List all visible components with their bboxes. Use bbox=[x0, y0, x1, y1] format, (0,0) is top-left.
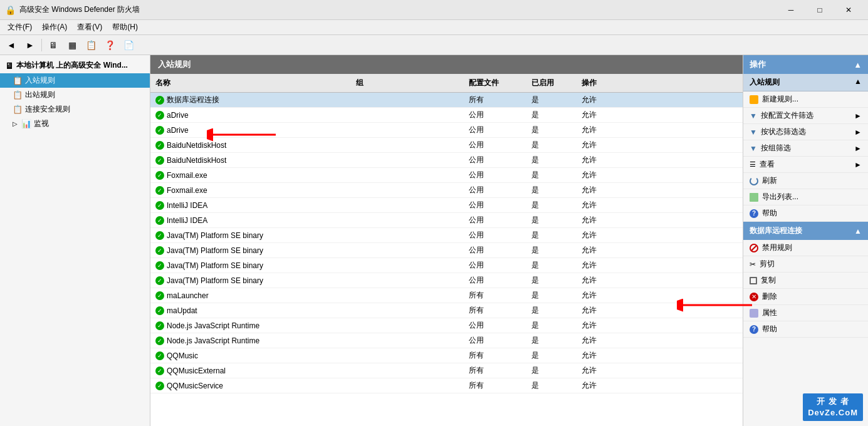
table-row[interactable]: ✓QQMusicService 所有 是 允许 bbox=[150, 378, 743, 393]
row-14-profile: 所有 bbox=[464, 305, 526, 316]
table-row[interactable]: ✓BaiduNetdiskHost 公用 是 允许 bbox=[150, 138, 743, 153]
sidebar-item-monitor[interactable]: ▷ 📊 监视 bbox=[0, 117, 150, 131]
center-header: 入站规则 bbox=[150, 55, 743, 74]
connection-label: 连接安全规则 bbox=[25, 104, 70, 115]
row-18-profile: 所有 bbox=[464, 365, 526, 376]
toolbar-computer[interactable]: 🖥 bbox=[44, 37, 62, 53]
action-export[interactable]: 导出列表... bbox=[743, 189, 868, 205]
shield-icon-9: ✓ bbox=[155, 231, 164, 240]
col-header-group[interactable]: 组 bbox=[351, 76, 464, 90]
right-main-header: 操作 ▲ bbox=[743, 55, 868, 74]
row-3-profile: 公用 bbox=[464, 140, 526, 150]
row-14-action: 允许 bbox=[577, 305, 627, 316]
action-cut[interactable]: ✂ 剪切 bbox=[743, 256, 868, 273]
right-subsection-header: 数据库远程连接 ▲ bbox=[743, 222, 868, 240]
action-new-rule[interactable]: 新建规则... bbox=[743, 91, 868, 108]
row-5-enabled: 是 bbox=[526, 170, 577, 180]
action-refresh-label: 刷新 bbox=[762, 175, 777, 186]
left-panel: 🖥 本地计算机 上的高级安全 Wind... 📋 入站规则 📋 出站规则 📋 连… bbox=[0, 55, 150, 426]
minimize-button[interactable]: ─ bbox=[776, 0, 805, 20]
sidebar-item-outbound[interactable]: 📋 出站规则 bbox=[0, 88, 150, 102]
close-button[interactable]: ✕ bbox=[834, 0, 863, 20]
inbound-label: 入站规则 bbox=[25, 75, 55, 86]
shield-icon-18: ✓ bbox=[155, 366, 164, 375]
table-row[interactable]: ✓QQMusicExternal 所有 是 允许 bbox=[150, 363, 743, 378]
row-2-enabled: 是 bbox=[526, 125, 577, 135]
table-row[interactable]: ✓Java(TM) Platform SE binary 公用 是 允许 bbox=[150, 258, 743, 273]
connection-icon: 📋 bbox=[13, 105, 23, 114]
col-header-name[interactable]: 名称 bbox=[150, 76, 351, 90]
row-10-enabled: 是 bbox=[526, 245, 577, 256]
col-header-enabled[interactable]: 已启用 bbox=[526, 76, 577, 90]
table-row[interactable]: ✓ 数据库远程连接 所有 是 允许 bbox=[150, 93, 743, 108]
action-view[interactable]: ☰ 查看 ► bbox=[743, 157, 868, 173]
action-delete[interactable]: ✕ 删除 bbox=[743, 289, 868, 305]
action-copy[interactable]: 复制 bbox=[743, 273, 868, 289]
shield-icon-7: ✓ bbox=[155, 201, 164, 210]
row-16-profile: 公用 bbox=[464, 335, 526, 346]
menu-file[interactable]: 文件(F) bbox=[3, 20, 37, 34]
table-row[interactable]: ✓Foxmail.exe 公用 是 允许 bbox=[150, 168, 743, 183]
toolbar-help[interactable]: ❓ bbox=[101, 37, 118, 53]
col-header-action[interactable]: 操作 bbox=[577, 76, 627, 90]
table-row[interactable]: ✓Node.js JavaScript Runtime 公用 是 允许 bbox=[150, 333, 743, 348]
table-row[interactable]: ✓Node.js JavaScript Runtime 公用 是 允许 bbox=[150, 318, 743, 333]
toolbar-forward[interactable]: ► bbox=[21, 37, 39, 53]
menu-view[interactable]: 查看(V) bbox=[72, 20, 107, 34]
sidebar-item-inbound[interactable]: 📋 入站规则 bbox=[0, 73, 150, 88]
shield-icon-1: ✓ bbox=[155, 111, 164, 120]
sidebar-item-connection-security[interactable]: 📋 连接安全规则 bbox=[0, 102, 150, 117]
new-rule-icon bbox=[750, 95, 758, 104]
table-row[interactable]: ✓IntelliJ IDEA 公用 是 允许 bbox=[150, 213, 743, 228]
table-row[interactable]: ✓BaiduNetdiskHost 公用 是 允许 bbox=[150, 153, 743, 168]
toolbar-grid[interactable]: ▦ bbox=[63, 37, 81, 53]
action-filter-profile[interactable]: ▼ 按配置文件筛选 ► bbox=[743, 108, 868, 124]
toolbar-back[interactable]: ◄ bbox=[3, 37, 20, 53]
arrow-right-2: ► bbox=[854, 128, 862, 137]
table-row[interactable]: ✓maUpdat 所有 是 允许 bbox=[150, 303, 743, 318]
action-refresh[interactable]: 刷新 bbox=[743, 173, 868, 189]
outbound-icon: 📋 bbox=[13, 90, 23, 100]
table-row[interactable]: ✓aDrive 公用 是 允许 bbox=[150, 108, 743, 123]
row-11-action: 允许 bbox=[577, 260, 627, 271]
toolbar-page[interactable]: 📄 bbox=[120, 37, 137, 53]
action-sub-help[interactable]: ? 帮助 bbox=[743, 321, 868, 338]
watermark: 开 发 者 DevZe.CoM bbox=[803, 393, 863, 421]
row-18-enabled: 是 bbox=[526, 365, 577, 376]
row-0-enabled: 是 bbox=[526, 95, 577, 105]
col-header-profile[interactable]: 配置文件 bbox=[464, 76, 526, 90]
title-bar-left: 🔒 高级安全 Windows Defender 防火墙 bbox=[5, 4, 140, 15]
toolbar-doc[interactable]: 📋 bbox=[82, 37, 100, 53]
action-filter-profile-label: 按配置文件筛选 bbox=[761, 110, 813, 121]
shield-icon-15: ✓ bbox=[155, 321, 164, 330]
table-row[interactable]: ✓Foxmail.exe 公用 是 允许 bbox=[150, 183, 743, 198]
shield-icon-2: ✓ bbox=[155, 126, 164, 135]
shield-icon-13: ✓ bbox=[155, 291, 164, 300]
restore-button[interactable]: □ bbox=[805, 0, 834, 20]
action-filter-group[interactable]: ▼ 按组筛选 ► bbox=[743, 140, 868, 157]
action-disable-rule[interactable]: 禁用规则 bbox=[743, 240, 868, 256]
action-filter-status[interactable]: ▼ 按状态筛选选 ► bbox=[743, 124, 868, 140]
shield-icon-10: ✓ bbox=[155, 246, 164, 255]
menu-action[interactable]: 操作(A) bbox=[37, 20, 72, 34]
toolbar: ◄ ► 🖥 ▦ 📋 ❓ 📄 bbox=[0, 35, 868, 55]
menu-help[interactable]: 帮助(H) bbox=[107, 20, 143, 34]
table-row[interactable]: ✓IntelliJ IDEA 公用 是 允许 bbox=[150, 198, 743, 213]
action-properties[interactable]: 属性 bbox=[743, 305, 868, 321]
table-row[interactable]: ✓Java(TM) Platform SE binary 公用 是 允许 bbox=[150, 228, 743, 243]
watermark-line1: 开 发 者 bbox=[808, 396, 858, 407]
action-main-help[interactable]: ? 帮助 bbox=[743, 205, 868, 222]
row-0-profile: 所有 bbox=[464, 95, 526, 105]
filter-status-icon: ▼ bbox=[750, 128, 757, 137]
table-row[interactable]: ✓Java(TM) Platform SE binary 公用 是 允许 bbox=[150, 273, 743, 288]
table-row[interactable]: ✓QQMusic 所有 是 允许 bbox=[150, 348, 743, 363]
row-6-name: ✓Foxmail.exe bbox=[150, 186, 351, 195]
table-row[interactable]: ✓aDrive 公用 是 允许 bbox=[150, 123, 743, 138]
action-export-label: 导出列表... bbox=[762, 192, 798, 202]
right-section-collapse: ▲ bbox=[854, 77, 862, 86]
view-icon: ☰ bbox=[750, 160, 756, 169]
row-17-profile: 所有 bbox=[464, 350, 526, 361]
row-10-name: ✓Java(TM) Platform SE binary bbox=[150, 246, 351, 255]
table-row[interactable]: ✓maLauncher 所有 是 允许 bbox=[150, 288, 743, 303]
table-row[interactable]: ✓Java(TM) Platform SE binary 公用 是 允许 bbox=[150, 243, 743, 258]
